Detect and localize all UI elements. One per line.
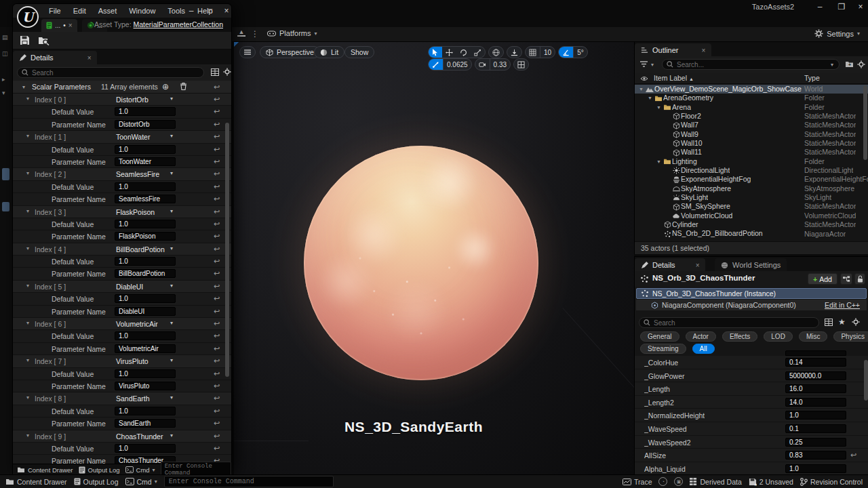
display-mode-button[interactable] <box>825 319 833 326</box>
parameter-dropdown[interactable]: ToonWater <box>116 133 150 141</box>
collapse-arrow-icon[interactable]: ▾ <box>26 394 29 401</box>
snapshot-icon[interactable]: ▣ <box>674 477 683 486</box>
index-row[interactable]: ▾ Index [ 6 ] VolumetricAir ▾ ↩ <box>13 318 231 330</box>
unsaved-button[interactable]: ★ 2 Unsaved <box>749 478 793 486</box>
default-value-input[interactable]: 1.0 <box>115 107 176 116</box>
restore-button[interactable]: ❐ <box>834 2 849 12</box>
parameter-name-input[interactable]: SeamlessFire <box>115 195 176 203</box>
trash-icon[interactable] <box>180 82 187 90</box>
parameter-dropdown[interactable]: VirusPluto <box>116 357 149 365</box>
reset-icon[interactable]: ↩ <box>214 257 220 266</box>
lock-button[interactable] <box>854 273 865 285</box>
param-value-input[interactable]: 16.0 <box>785 384 846 393</box>
lit-dropdown[interactable]: Lit <box>314 46 344 58</box>
reset-icon[interactable]: ↩ <box>214 120 220 129</box>
close-icon[interactable]: × <box>702 47 706 54</box>
angle-snap-button[interactable] <box>559 46 573 58</box>
collapse-arrow-icon[interactable]: ▾ <box>26 133 29 139</box>
index-row[interactable]: ▾ Index [ 7 ] VirusPluto ▾ ↩ <box>13 355 231 367</box>
param-value-input[interactable]: 5000000.0 <box>785 371 846 380</box>
parameter-name-input[interactable]: VolumetricAir <box>115 344 176 353</box>
minimize-button[interactable]: – <box>812 2 827 12</box>
asset-tab-active[interactable]: ... • × <box>41 19 77 32</box>
expand-arrow-icon[interactable]: ▼ <box>655 157 663 166</box>
revision-control-button[interactable]: Revision Control <box>800 478 863 486</box>
filter-chip[interactable]: Physics <box>833 331 868 342</box>
outliner-row[interactable]: ▼ SkyLight SkyLight <box>635 193 868 202</box>
minimize-button[interactable]: – <box>184 6 199 16</box>
outliner-row[interactable]: ▼ SM_SkySphere StaticMeshActor <box>635 202 868 211</box>
edit-in-cpp-link[interactable]: Edit in C++ <box>825 301 860 309</box>
filter-button[interactable] <box>639 60 648 68</box>
parameter-name-input[interactable]: DistortOrb <box>115 120 176 129</box>
filter-chip[interactable]: LOD <box>764 331 793 342</box>
default-value-input[interactable]: 1.0 <box>115 369 176 378</box>
collapse-arrow-icon[interactable]: ▾ <box>26 96 29 102</box>
collapse-arrow-icon[interactable]: ▾ <box>26 357 29 363</box>
parameter-name-input[interactable]: SandEarth <box>115 419 176 428</box>
output-log-button[interactable]: Output Log <box>74 478 119 486</box>
details-scrollbar[interactable] <box>864 360 868 401</box>
reset-icon[interactable]: ↩ <box>214 407 220 415</box>
outliner-row[interactable]: ▼ Wall10 StaticMeshActor <box>635 139 868 148</box>
column-type[interactable]: Type <box>804 74 820 82</box>
asset-type-value[interactable]: MaterialParameterCollection <box>134 20 223 28</box>
outliner-search-input[interactable]: Search... ▾ <box>662 59 840 70</box>
insights-icon[interactable]: ◔ <box>658 477 667 486</box>
reset-icon[interactable]: ↩ <box>214 394 220 403</box>
default-value-input[interactable]: 1.0 <box>115 407 176 415</box>
component-hierarchy-button[interactable] <box>840 273 852 285</box>
outliner-row[interactable]: ▼ Arena Folder <box>635 103 868 112</box>
index-row[interactable]: ▾ Index [ 8 ] SandEarth ▾ ↩ <box>13 392 231 405</box>
reset-icon[interactable]: ↩ <box>214 157 220 166</box>
reset-icon[interactable]: ↩ <box>214 307 220 316</box>
reset-icon[interactable]: ↩ <box>214 432 220 441</box>
parameter-dropdown[interactable]: ChoasThunder <box>116 432 163 441</box>
settings-button[interactable]: Settings ▾ <box>814 29 860 38</box>
world-local-toggle[interactable] <box>488 46 504 58</box>
close-button[interactable]: × <box>219 6 234 16</box>
reset-icon[interactable]: ↩ <box>214 169 220 178</box>
default-value-input[interactable]: 1.0 <box>115 257 176 266</box>
param-value-input[interactable]: 0.83 <box>785 451 846 460</box>
content-drawer-button[interactable]: Content Drawer <box>17 466 73 474</box>
reset-icon[interactable]: ↩ <box>214 382 220 390</box>
parameter-name-input[interactable]: BillBoardPotion <box>115 269 176 278</box>
reset-icon[interactable]: ↩ <box>214 195 220 203</box>
add-component-button[interactable]: + Add <box>808 273 837 285</box>
param-value-input[interactable]: 0.1 <box>785 424 846 433</box>
index-row[interactable]: ▾ Index [ 0 ] DistortOrb ▾ ↩ <box>13 94 231 106</box>
parameter-dropdown[interactable]: SeamlessFire <box>116 170 159 178</box>
output-log-button[interactable]: Output Log <box>79 466 120 474</box>
parameter-name-input[interactable]: FlaskPoison <box>115 232 176 241</box>
default-value-input[interactable]: 1.0 <box>115 444 176 453</box>
details-scrollbar[interactable] <box>225 123 229 377</box>
reset-icon[interactable]: ↩ <box>214 319 220 328</box>
maximize-button[interactable]: □ <box>203 6 218 16</box>
param-value-input[interactable]: 1.0 <box>785 411 846 420</box>
expand-arrow-icon[interactable]: ▼ <box>655 103 663 112</box>
reset-icon[interactable]: ↩ <box>214 419 220 428</box>
filter-chip[interactable]: Streaming <box>640 344 686 354</box>
outliner-row[interactable]: ▼ Wall11 StaticMeshActor <box>635 148 868 157</box>
outliner-row[interactable]: ▼ ExponentialHeightFog ExponentialHeight… <box>635 175 868 184</box>
collapse-arrow-icon[interactable]: ▾ <box>22 84 25 90</box>
camera-speed-value[interactable]: 0.33 <box>490 58 510 70</box>
menu-item[interactable]: Edit <box>67 4 92 18</box>
derived-data-button[interactable]: Derived Data <box>690 478 741 486</box>
content-drawer-button[interactable]: Content Drawer <box>5 478 67 486</box>
scale-snap-value[interactable]: 0.0625 <box>443 58 471 70</box>
default-value-input[interactable]: 1.0 <box>115 294 176 303</box>
filter-chip[interactable]: Misc <box>799 331 828 342</box>
outliner-row[interactable]: ▼ Cylinder StaticMeshActor <box>635 220 868 229</box>
reset-icon[interactable]: ↩ <box>214 444 220 453</box>
index-row[interactable]: ▾ Index [ 9 ] ChoasThunder ▾ ↩ <box>13 430 231 443</box>
filter-chip[interactable]: General <box>640 331 679 342</box>
reset-icon[interactable]: ↩ <box>214 269 220 278</box>
default-value-input[interactable]: 1.0 <box>115 220 176 228</box>
index-row[interactable]: ▾ Index [ 4 ] BillBoardPotion ▾ ↩ <box>13 243 231 256</box>
component-row[interactable]: NiagaraComponent (NiagaraComponent0) Edi… <box>636 300 867 310</box>
console-command-input[interactable]: Enter Console Command <box>164 476 334 487</box>
filter-chip[interactable]: Actor <box>686 331 716 342</box>
reset-icon[interactable]: ↩ <box>214 331 220 340</box>
